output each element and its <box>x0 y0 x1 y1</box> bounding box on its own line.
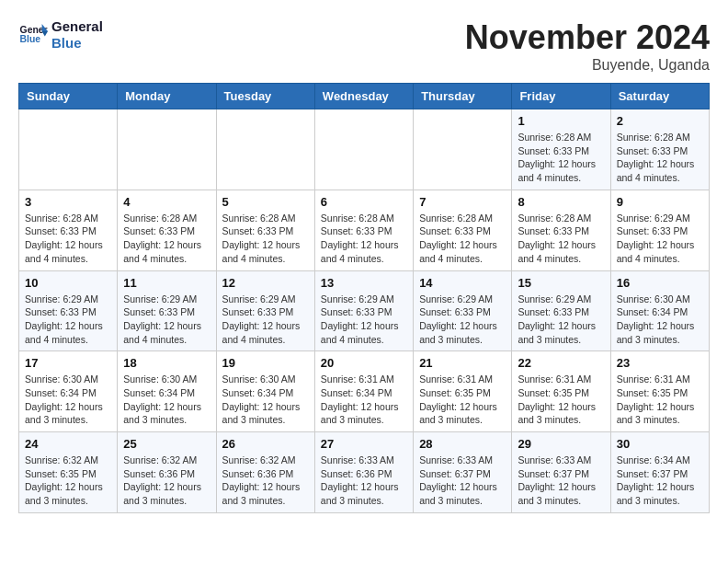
col-header-saturday: Saturday <box>610 84 709 109</box>
day-info: Daylight: 12 hours and 3 minutes. <box>617 400 703 427</box>
calendar-cell <box>216 109 314 190</box>
calendar-cell <box>314 109 413 190</box>
day-info: Sunrise: 6:34 AM <box>617 454 703 467</box>
calendar-cell: 8Sunrise: 6:28 AMSunset: 6:33 PMDaylight… <box>512 190 610 270</box>
day-info: Daylight: 12 hours and 3 minutes. <box>419 319 506 346</box>
logo-icon: General Blue <box>18 20 48 50</box>
day-number: 9 <box>617 195 703 209</box>
day-info: Sunset: 6:33 PM <box>518 224 604 238</box>
day-number: 10 <box>25 276 111 290</box>
day-number: 26 <box>222 437 309 451</box>
page-header: General Blue General Blue November 2024 … <box>18 18 710 74</box>
logo-blue: Blue <box>51 35 103 52</box>
day-number: 5 <box>222 195 309 209</box>
day-info: Sunrise: 6:29 AM <box>617 212 703 225</box>
day-info: Sunset: 6:34 PM <box>321 386 407 400</box>
day-number: 30 <box>617 437 703 451</box>
day-info: Daylight: 12 hours and 3 minutes. <box>518 400 604 427</box>
day-info: Sunset: 6:33 PM <box>321 305 407 319</box>
day-info: Daylight: 12 hours and 4 minutes. <box>617 157 703 184</box>
day-info: Sunset: 6:37 PM <box>617 467 703 481</box>
day-info: Sunrise: 6:28 AM <box>617 131 703 144</box>
calendar-cell: 22Sunrise: 6:31 AMSunset: 6:35 PMDayligh… <box>512 351 610 432</box>
day-info: Daylight: 12 hours and 3 minutes. <box>321 480 407 507</box>
day-info: Daylight: 12 hours and 3 minutes. <box>25 480 111 507</box>
day-info: Daylight: 12 hours and 3 minutes. <box>419 480 506 507</box>
day-number: 2 <box>617 114 703 128</box>
day-info: Sunset: 6:35 PM <box>419 386 506 400</box>
day-info: Sunrise: 6:30 AM <box>25 373 111 386</box>
day-number: 12 <box>222 276 309 290</box>
week-row-4: 17Sunrise: 6:30 AMSunset: 6:34 PMDayligh… <box>19 351 710 432</box>
calendar-header-row: SundayMondayTuesdayWednesdayThursdayFrid… <box>19 84 710 109</box>
day-info: Daylight: 12 hours and 4 minutes. <box>518 157 604 184</box>
day-info: Sunset: 6:37 PM <box>518 467 604 481</box>
week-row-3: 10Sunrise: 6:29 AMSunset: 6:33 PMDayligh… <box>19 270 710 351</box>
day-info: Daylight: 12 hours and 3 minutes. <box>518 480 604 507</box>
day-info: Daylight: 12 hours and 4 minutes. <box>222 238 309 265</box>
calendar-cell: 6Sunrise: 6:28 AMSunset: 6:33 PMDaylight… <box>314 190 413 270</box>
day-number: 4 <box>123 195 210 209</box>
day-info: Sunset: 6:34 PM <box>617 305 703 319</box>
day-number: 16 <box>617 276 703 290</box>
calendar-cell: 28Sunrise: 6:33 AMSunset: 6:37 PMDayligh… <box>414 432 512 513</box>
day-info: Sunrise: 6:32 AM <box>123 454 210 467</box>
day-info: Sunset: 6:36 PM <box>123 467 210 481</box>
day-info: Sunrise: 6:33 AM <box>321 454 407 467</box>
week-row-2: 3Sunrise: 6:28 AMSunset: 6:33 PMDaylight… <box>19 190 710 270</box>
calendar-cell <box>118 109 216 190</box>
day-info: Sunset: 6:34 PM <box>222 386 309 400</box>
calendar-cell: 20Sunrise: 6:31 AMSunset: 6:34 PMDayligh… <box>314 351 413 432</box>
day-info: Daylight: 12 hours and 4 minutes. <box>321 238 407 265</box>
day-info: Sunrise: 6:31 AM <box>518 373 604 386</box>
day-info: Sunrise: 6:30 AM <box>222 373 309 386</box>
day-info: Daylight: 12 hours and 4 minutes. <box>25 319 111 346</box>
day-number: 17 <box>25 356 111 370</box>
calendar-cell: 1Sunrise: 6:28 AMSunset: 6:33 PMDaylight… <box>512 109 610 190</box>
day-number: 1 <box>518 114 604 128</box>
day-info: Sunset: 6:33 PM <box>25 305 111 319</box>
calendar-cell: 17Sunrise: 6:30 AMSunset: 6:34 PMDayligh… <box>19 351 118 432</box>
calendar-cell: 19Sunrise: 6:30 AMSunset: 6:34 PMDayligh… <box>216 351 314 432</box>
day-info: Sunset: 6:37 PM <box>419 467 506 481</box>
week-row-5: 24Sunrise: 6:32 AMSunset: 6:35 PMDayligh… <box>19 432 710 513</box>
day-info: Daylight: 12 hours and 4 minutes. <box>321 319 407 346</box>
day-info: Daylight: 12 hours and 4 minutes. <box>419 238 506 265</box>
day-number: 24 <box>25 437 111 451</box>
day-info: Daylight: 12 hours and 3 minutes. <box>25 400 111 427</box>
day-number: 3 <box>25 195 111 209</box>
calendar-cell <box>414 109 512 190</box>
day-info: Daylight: 12 hours and 4 minutes. <box>617 238 703 265</box>
day-info: Sunrise: 6:33 AM <box>518 454 604 467</box>
day-info: Sunset: 6:36 PM <box>222 467 309 481</box>
calendar-cell: 12Sunrise: 6:29 AMSunset: 6:33 PMDayligh… <box>216 270 314 351</box>
month-title: November 2024 <box>465 18 710 57</box>
day-info: Sunset: 6:33 PM <box>222 305 309 319</box>
day-number: 11 <box>123 276 210 290</box>
day-info: Sunset: 6:36 PM <box>321 467 407 481</box>
calendar-cell: 5Sunrise: 6:28 AMSunset: 6:33 PMDaylight… <box>216 190 314 270</box>
day-info: Daylight: 12 hours and 3 minutes. <box>617 480 703 507</box>
calendar-cell: 3Sunrise: 6:28 AMSunset: 6:33 PMDaylight… <box>19 190 118 270</box>
day-number: 8 <box>518 195 604 209</box>
col-header-sunday: Sunday <box>19 84 118 109</box>
day-info: Sunrise: 6:28 AM <box>518 131 604 144</box>
day-info: Sunrise: 6:28 AM <box>419 212 506 225</box>
day-number: 19 <box>222 356 309 370</box>
day-info: Sunrise: 6:29 AM <box>222 293 309 306</box>
day-info: Sunrise: 6:29 AM <box>518 293 604 306</box>
day-info: Sunrise: 6:29 AM <box>321 293 407 306</box>
day-info: Sunrise: 6:29 AM <box>419 293 506 306</box>
day-info: Sunrise: 6:33 AM <box>419 454 506 467</box>
day-info: Daylight: 12 hours and 3 minutes. <box>123 400 210 427</box>
calendar-cell: 2Sunrise: 6:28 AMSunset: 6:33 PMDaylight… <box>610 109 709 190</box>
day-info: Sunset: 6:33 PM <box>25 224 111 238</box>
day-info: Sunrise: 6:31 AM <box>617 373 703 386</box>
day-info: Daylight: 12 hours and 3 minutes. <box>222 480 309 507</box>
day-info: Sunrise: 6:31 AM <box>321 373 407 386</box>
day-info: Sunset: 6:33 PM <box>518 144 604 158</box>
day-number: 29 <box>518 437 604 451</box>
day-number: 27 <box>321 437 407 451</box>
day-number: 7 <box>419 195 506 209</box>
day-info: Sunrise: 6:29 AM <box>123 293 210 306</box>
